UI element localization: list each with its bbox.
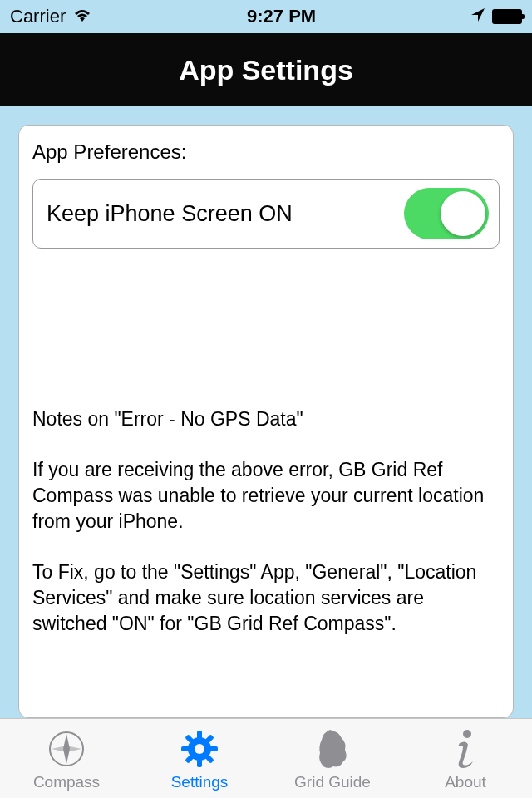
svg-point-11 [195, 744, 204, 754]
tab-about[interactable]: About [399, 728, 532, 791]
map-icon [315, 728, 350, 770]
compass-icon [47, 728, 86, 770]
gear-icon [180, 728, 219, 770]
navigation-bar: App Settings [0, 33, 532, 106]
status-time: 9:27 PM [247, 6, 316, 27]
keep-screen-on-label: Keep iPhone Screen ON [47, 201, 293, 227]
location-icon [470, 6, 485, 27]
battery-icon [492, 9, 522, 24]
content-area: App Preferences: Keep iPhone Screen ON N… [0, 106, 532, 736]
preferences-heading: App Preferences: [32, 140, 500, 164]
svg-point-12 [463, 730, 471, 738]
keep-screen-on-toggle[interactable] [404, 188, 489, 239]
page-title: App Settings [179, 54, 353, 86]
settings-card: App Preferences: Keep iPhone Screen ON N… [18, 125, 514, 718]
tab-label: Compass [33, 773, 100, 791]
tab-label: About [445, 773, 486, 791]
notes-heading: Notes on "Error - No GPS Data" [32, 406, 500, 432]
notes-section: Notes on "Error - No GPS Data" If you ar… [32, 406, 500, 637]
wifi-icon [72, 6, 92, 27]
tab-bar: Compass [0, 718, 532, 798]
tab-grid-guide[interactable]: Grid Guide [266, 728, 399, 791]
keep-screen-on-row: Keep iPhone Screen ON [32, 179, 500, 249]
tab-label: Grid Guide [294, 773, 371, 791]
carrier-label: Carrier [10, 6, 66, 27]
info-icon [455, 728, 476, 770]
switch-knob [441, 191, 485, 236]
notes-para-1: If you are receiving the above error, GB… [32, 457, 500, 534]
notes-para-2: To Fix, go to the "Settings" App, "Gener… [32, 559, 500, 637]
tab-compass[interactable]: Compass [0, 728, 133, 791]
status-bar: Carrier 9:27 PM [0, 0, 532, 33]
tab-label: Settings [171, 773, 229, 791]
tab-settings[interactable]: Settings [133, 728, 266, 791]
